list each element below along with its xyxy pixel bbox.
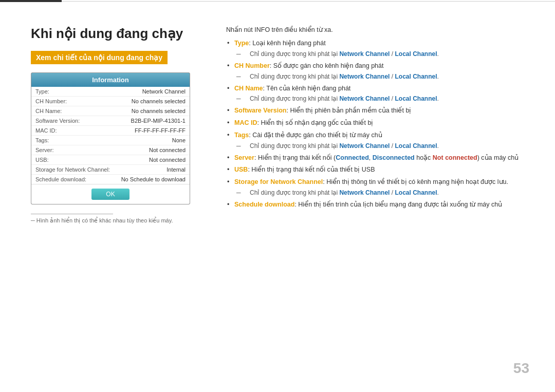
info-value: No Schedule to download [121, 176, 186, 182]
bullet-item: Type: Loại kênh hiện đang phát Chỉ dùng … [226, 39, 534, 59]
info-label: Server: [35, 147, 97, 153]
bullet-label: CH Name [234, 85, 263, 92]
info-value: No channels selected [132, 98, 186, 104]
bullet-item: MAC ID: Hiển thị số nhận dạng gốc của th… [226, 118, 534, 128]
info-label: Tags: [35, 137, 97, 143]
info-row: Server:Not connected [31, 145, 190, 155]
right-column: Nhấn nút INFO trên điều khiển từ xa. Typ… [226, 26, 534, 212]
info-value: FF-FF-FF-FF-FF-FF [135, 127, 186, 134]
sub-item: Chỉ dùng được trong khi phát lại Network… [234, 49, 534, 59]
section-title: Xem chi tiết của nội dung đang chạy [31, 51, 168, 64]
bullet-list: Type: Loại kênh hiện đang phát Chỉ dùng … [226, 39, 534, 210]
info-label: Software Version: [35, 118, 97, 124]
bullet-item: USB: Hiển thị trạng thái kết nối của thi… [226, 165, 534, 175]
bullet-item: Software Version: Hiển thị phiên bản phầ… [226, 106, 534, 116]
info-label: Type: [35, 88, 97, 95]
left-column: Khi nội dung đang chạy Xem chi tiết của … [31, 26, 206, 224]
page-number: 53 [513, 360, 529, 377]
info-row: USB:Not connected [31, 155, 190, 165]
bullet-item: CH Number: Số được gán cho kênh hiện đan… [226, 61, 534, 81]
info-value: Not connected [149, 147, 186, 153]
sub-item: Chỉ dùng được trong khi phát lại Network… [234, 188, 534, 197]
info-value: No channels selected [132, 108, 186, 114]
main-title: Khi nội dung đang chạy [31, 26, 206, 42]
footer-note: ─ Hình ảnh hiển thị có thể khác nhau tùy… [31, 217, 206, 224]
sub-item: Chỉ dùng được trong khi phát lại Network… [234, 94, 534, 103]
info-label: Schedule download: [35, 176, 97, 182]
info-value: B2B-EP-MIP-41301-1 [131, 118, 186, 124]
bullet-label: USB [234, 166, 248, 173]
intro-text: Nhấn nút INFO trên điều khiển từ xa. [226, 26, 534, 33]
bullet-label: Server [234, 154, 254, 161]
info-row: Schedule download:No Schedule to downloa… [31, 175, 190, 184]
info-value: Not connected [149, 157, 186, 163]
bullet-label: MAC ID [234, 119, 257, 126]
footer-note-line [31, 214, 113, 214]
info-box-header: Information [31, 73, 190, 87]
info-value: None [172, 137, 186, 143]
bullet-item: Storage for Network Channel: Hiển thị th… [226, 177, 534, 197]
info-box: Information Type:Network ChannelCH Numbe… [31, 72, 190, 204]
info-row: MAC ID:FF-FF-FF-FF-FF-FF [31, 126, 190, 136]
ok-button[interactable]: OK [91, 189, 129, 200]
bullet-label: Type [234, 40, 249, 47]
info-row: Type:Network Channel [31, 87, 190, 97]
bullet-item: CH Name: Tên của kênh hiện đang phát Chỉ… [226, 84, 534, 104]
bullet-label: CH Number [234, 62, 270, 69]
page-container: Khi nội dung đang chạy Xem chi tiết của … [0, 0, 555, 392]
info-row: CH Number:No channels selected [31, 97, 190, 106]
info-label: CH Name: [35, 108, 97, 114]
bullet-label: Tags [234, 132, 249, 139]
info-label: USB: [35, 157, 97, 163]
info-label: Storage for Network Channel: [35, 166, 110, 173]
bullet-label: Schedule download [234, 201, 294, 208]
bullet-item: Schedule download: Hiển thị tiến trình c… [226, 200, 534, 210]
bullet-label: Software Version [234, 107, 286, 114]
bullet-item: Tags: Cài đặt thẻ được gán cho thiết bị … [226, 130, 534, 151]
sub-item: Chỉ dùng được trong khi phát lại Network… [234, 141, 534, 151]
info-row: Tags:None [31, 136, 190, 145]
bullet-label: Storage for Network Channel [234, 178, 323, 185]
info-value: Network Channel [142, 88, 186, 95]
info-box-body: Type:Network ChannelCH Number:No channel… [31, 87, 190, 184]
info-row: Storage for Network Channel:Internal [31, 165, 190, 175]
info-label: MAC ID: [35, 127, 97, 134]
info-label: CH Number: [35, 98, 97, 104]
info-value: Internal [166, 166, 186, 173]
info-box-footer: OK [31, 184, 190, 204]
bullet-item: Server: Hiển thị trạng thái kết nối (Con… [226, 153, 534, 163]
sub-item: Chỉ dùng được trong khi phát lại Network… [234, 72, 534, 81]
info-row: Software Version:B2B-EP-MIP-41301-1 [31, 116, 190, 126]
info-row: CH Name:No channels selected [31, 106, 190, 116]
